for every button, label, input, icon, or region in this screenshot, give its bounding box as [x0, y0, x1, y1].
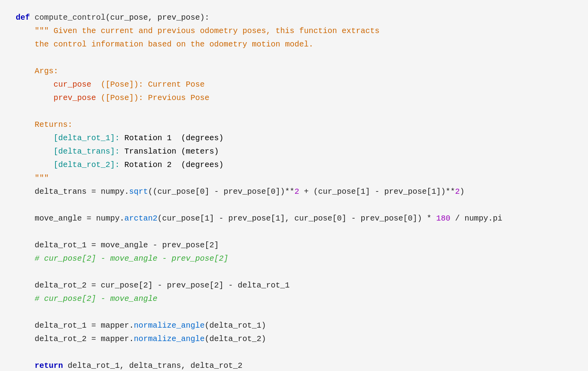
code-line: delta_rot_2 = cur_pose[2] - prev_pose[2]… — [16, 279, 572, 292]
code-line — [16, 265, 572, 279]
code-line: move_angle = numpy.arctan2(cur_pose[1] -… — [16, 212, 572, 225]
code-line: delta_rot_1 = mapper.normalize_angle(del… — [16, 319, 572, 332]
code-editor: def compute_control(cur_pose, prev_pose)… — [0, 0, 588, 371]
code-line: """ Given the current and previous odome… — [16, 24, 572, 38]
code-line: delta_rot_2 = mapper.normalize_angle(del… — [16, 332, 572, 346]
code-line: delta_rot_1 = move_angle - prev_pose[2] — [16, 239, 572, 252]
code-line: # cur_pose[2] - move_angle — [16, 292, 572, 306]
code-line: Args: — [16, 65, 572, 78]
code-line: [delta_rot_2]: Rotation 2 (degrees) — [16, 158, 572, 172]
code-line — [16, 306, 572, 319]
code-line: the control information based on the odo… — [16, 38, 572, 51]
code-line: def compute_control(cur_pose, prev_pose)… — [16, 11, 572, 24]
code-line — [16, 225, 572, 239]
code-line: [delta_trans]: Translation (meters) — [16, 145, 572, 158]
code-line: """ — [16, 172, 572, 185]
code-line: prev_pose ([Pose]): Previous Pose — [16, 91, 572, 105]
code-line: delta_trans = numpy.sqrt((cur_pose[0] - … — [16, 185, 572, 198]
code-line: [delta_rot_1]: Rotation 1 (degrees) — [16, 132, 572, 145]
code-line: return delta_rot_1, delta_trans, delta_r… — [16, 359, 572, 371]
code-line: cur_pose ([Pose]): Current Pose — [16, 78, 572, 91]
code-line: # cur_pose[2] - move_angle - prev_pose[2… — [16, 252, 572, 265]
code-line — [16, 105, 572, 118]
code-line — [16, 198, 572, 212]
code-line — [16, 51, 572, 65]
code-line: Returns: — [16, 118, 572, 132]
code-line — [16, 346, 572, 359]
